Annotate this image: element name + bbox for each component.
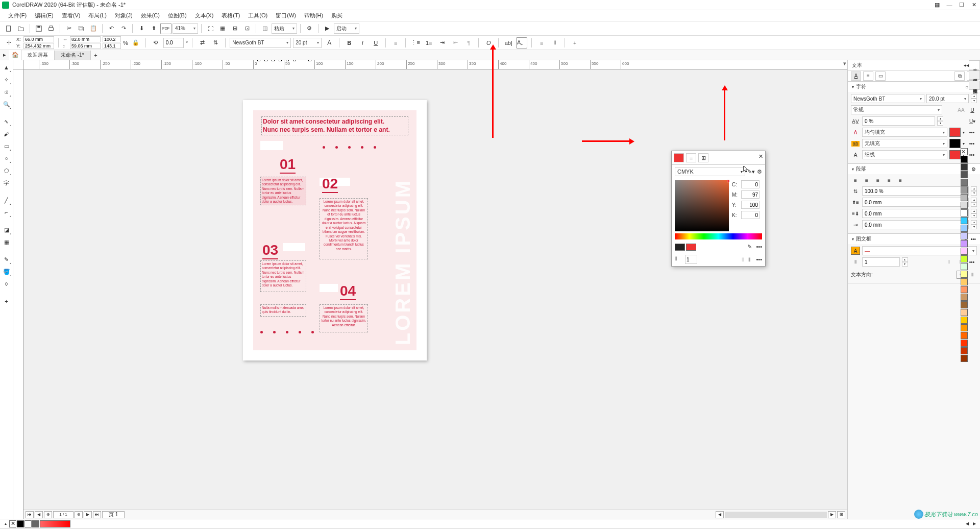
underline-style-button[interactable]: U▾: [968, 117, 977, 125]
cp-gear-icon[interactable]: ⚙: [757, 169, 762, 175]
origin-icon[interactable]: ⊹: [3, 37, 14, 49]
bullets-button[interactable]: ⋮≡: [410, 37, 421, 49]
shadow-tool[interactable]: ◪: [2, 225, 12, 235]
close-button[interactable]: ✕: [970, 1, 978, 9]
add-property-button[interactable]: +: [569, 37, 580, 49]
red-range-swatch[interactable]: [40, 520, 70, 527]
vc-swatch[interactable]: [961, 324, 968, 331]
vc-swatch[interactable]: [961, 232, 968, 239]
outdent-button[interactable]: ⇤: [450, 37, 461, 49]
number-01[interactable]: 01: [280, 156, 296, 174]
underline-docker-button[interactable]: U: [968, 106, 977, 114]
pick-tool-small[interactable]: ▸: [0, 50, 9, 61]
palette-right-button[interactable]: ▶: [971, 520, 978, 527]
cp-eyedropper-icon[interactable]: ✎▾: [747, 169, 755, 175]
docker-prev-icon[interactable]: ◂◂: [964, 62, 969, 68]
scale-x-input[interactable]: [103, 36, 121, 42]
space-after-input[interactable]: [862, 209, 969, 218]
section-char-title[interactable]: 字符: [856, 83, 866, 90]
cp-align-icon[interactable]: ⦀: [742, 256, 744, 263]
vc-swatch[interactable]: [961, 332, 968, 339]
paste-combo[interactable]: 粘贴: [272, 23, 297, 34]
parallel-dim-tool[interactable]: ╱: [2, 195, 12, 205]
vc-swatch[interactable]: [961, 225, 968, 232]
cp-tab-solid[interactable]: [674, 153, 684, 162]
ruler-dropdown-icon[interactable]: ▾: [843, 60, 846, 67]
page-add-before-button[interactable]: ⊕: [44, 511, 52, 518]
edit-text-button[interactable]: ab|: [503, 37, 514, 49]
vc-swatch[interactable]: [961, 209, 968, 217]
hscroll-left[interactable]: ◀: [716, 511, 724, 518]
rotation-input[interactable]: [163, 38, 184, 48]
vc-swatch[interactable]: [961, 340, 968, 347]
menu-view[interactable]: 查看(V): [58, 11, 85, 20]
cp-tab-mixer[interactable]: ≡: [686, 153, 696, 162]
import-button[interactable]: ⬇: [136, 23, 147, 34]
cp-color-field[interactable]: [675, 180, 729, 231]
ruler-corner[interactable]: [13, 60, 23, 69]
export-button[interactable]: ⬆: [148, 23, 159, 34]
underline-button[interactable]: U: [370, 37, 381, 49]
vc-swatch[interactable]: [961, 263, 968, 270]
italic-button[interactable]: I: [357, 37, 368, 49]
vc-swatch[interactable]: [961, 278, 968, 285]
zoom-tool[interactable]: 🔍: [2, 99, 12, 109]
vertical-ruler[interactable]: [13, 69, 23, 519]
number-02[interactable]: 02: [322, 176, 338, 193]
zoom-combo[interactable]: 41%: [173, 23, 198, 34]
vc-swatch[interactable]: [961, 186, 968, 194]
vc-swatch[interactable]: [961, 309, 968, 316]
headline-text-frame[interactable]: Dolor sit amet consectetur adipiscing el…: [261, 116, 408, 135]
bold-button[interactable]: B: [344, 37, 355, 49]
frame-more-icon[interactable]: •••: [970, 236, 976, 242]
width-input[interactable]: [70, 36, 101, 42]
ruler-selection-markers[interactable]: ⊏LLLLL⊐: [257, 60, 313, 63]
crop-tool[interactable]: ⟃: [2, 87, 12, 97]
tab-add-button[interactable]: +: [91, 52, 101, 58]
char-size-combo[interactable]: 20.0 pt: [926, 94, 969, 103]
cp-k-input[interactable]: [741, 211, 760, 219]
vc-swatch[interactable]: [961, 255, 968, 262]
rectangle-tool[interactable]: ▭: [2, 141, 12, 151]
snap-button[interactable]: ▦: [217, 23, 228, 34]
document-page[interactable]: Dolor sit amet consectetur adipiscing el…: [243, 100, 427, 360]
vc-swatch[interactable]: [961, 294, 968, 301]
align-left-icon[interactable]: ≡: [851, 176, 860, 184]
section-para-title[interactable]: 段落: [856, 165, 866, 173]
ellipse-tool[interactable]: ○: [2, 153, 12, 163]
vc-swatch[interactable]: [961, 286, 968, 293]
menu-layout[interactable]: 布局(L): [84, 11, 110, 20]
vc-swatch[interactable]: [961, 202, 968, 209]
freehand-tool[interactable]: ∿: [2, 116, 12, 127]
guides-button[interactable]: ⊡: [241, 23, 253, 34]
kerning-input[interactable]: [862, 116, 935, 126]
page-last-button[interactable]: ⏭: [93, 511, 101, 518]
dir-vertical-button[interactable]: ⦀: [968, 271, 977, 279]
vc-swatch[interactable]: [961, 171, 968, 178]
cp-y-input[interactable]: [741, 201, 760, 209]
cp-more-icon[interactable]: •••: [756, 244, 762, 251]
vertical-lorem[interactable]: LOREM IPSUM: [391, 179, 414, 345]
no-fill-swatch[interactable]: ✕: [9, 520, 16, 527]
cp-bottom-more[interactable]: •••: [756, 256, 762, 262]
black-swatch[interactable]: [17, 520, 24, 527]
cp-balance-icon[interactable]: ⦀: [748, 256, 751, 263]
cp-eyedropper2-icon[interactable]: ✎: [747, 244, 752, 251]
horizontal-ruler[interactable]: -350 -300 -250 -200 -150 -100 -50 0 50 1…: [23, 60, 847, 69]
scale-y-input[interactable]: [103, 43, 121, 49]
menu-file[interactable]: 文件(F): [4, 11, 31, 20]
cp-close-button[interactable]: ✕: [758, 153, 763, 160]
canvas-area[interactable]: -350 -300 -250 -200 -150 -100 -50 0 50 1…: [13, 60, 847, 519]
char-reset-icon[interactable]: ○: [965, 84, 968, 90]
para-gear-icon[interactable]: ⚙: [971, 166, 976, 172]
print-button[interactable]: [45, 23, 57, 34]
outline-type-combo[interactable]: 细线: [862, 150, 947, 159]
text-block-2[interactable]: Lorem ipsum dolor sit amet, consectetur …: [320, 198, 368, 259]
redo-button[interactable]: ↷: [118, 23, 129, 34]
vc-swatch[interactable]: [961, 248, 968, 255]
mirror-h-button[interactable]: ⇄: [197, 37, 208, 49]
text-block-1[interactable]: Lorem ipsum dolor sit amet, consectetur …: [260, 177, 306, 205]
align-full-icon[interactable]: ≡: [896, 176, 905, 184]
increase-size-button[interactable]: A: [324, 37, 335, 49]
palette-left-button[interactable]: ◀: [964, 520, 971, 527]
